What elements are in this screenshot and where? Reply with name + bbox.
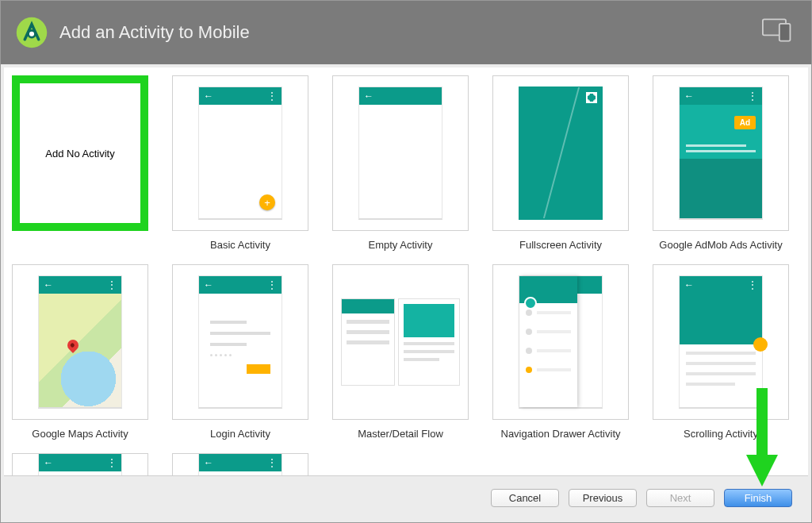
fab-star-icon (753, 337, 768, 352)
template-label: Google Maps Activity (32, 428, 128, 442)
next-button: Next (646, 489, 714, 507)
template-label: Scrolling Activity (684, 428, 758, 442)
template-tile-truncated[interactable]: ←⋮ (172, 453, 308, 475)
back-arrow-icon: ← (204, 279, 213, 290)
content-outer: Add No Activity ←⋮ + Basic Activity (1, 64, 811, 522)
template-label: Basic Activity (210, 239, 270, 253)
wizard-title: Add an Activity to Mobile (59, 22, 250, 43)
device-preview-icon (762, 18, 794, 42)
template-tile-navigation-drawer-activity[interactable]: Navigation Drawer Activity (492, 264, 629, 442)
template-label: Master/Detail Flow (358, 428, 443, 442)
cancel-button[interactable]: Cancel (491, 489, 559, 507)
overflow-menu-icon: ⋮ (267, 90, 277, 102)
fab-add-icon: + (259, 194, 275, 210)
content-panel: Add No Activity ←⋮ + Basic Activity (4, 67, 808, 475)
back-arrow-icon: ← (684, 90, 694, 102)
back-arrow-icon: ← (204, 457, 213, 468)
template-tile-empty-activity[interactable]: ← Empty Activity (332, 75, 469, 253)
back-arrow-icon: ← (44, 457, 53, 468)
previous-button[interactable]: Previous (569, 489, 637, 507)
template-label: Google AdMob Ads Activity (659, 239, 782, 253)
overflow-menu-icon: ⋮ (267, 279, 277, 290)
template-thumb: ←⋮ (653, 264, 789, 420)
template-label: Empty Activity (369, 239, 433, 253)
overflow-menu-icon: ⋮ (107, 279, 117, 290)
wizard-header: Add an Activity to Mobile (1, 1, 811, 64)
template-thumb (492, 75, 629, 231)
template-tile-basic-activity[interactable]: ←⋮ + Basic Activity (172, 75, 308, 253)
template-thumb: ←⋮ (172, 264, 308, 420)
back-arrow-icon: ← (684, 279, 694, 290)
back-arrow-icon: ← (44, 279, 53, 290)
template-tile-login-activity[interactable]: ←⋮ Login Activity (172, 264, 308, 442)
template-thumb: ← (332, 75, 469, 231)
template-tile-scrolling-activity[interactable]: ←⋮ Scrolling Activity (653, 264, 789, 442)
overflow-menu-icon: ⋮ (748, 279, 757, 290)
template-tile-master-detail-flow[interactable]: Master/Detail Flow (332, 264, 469, 442)
template-label: Fullscreen Activity (519, 239, 602, 253)
template-thumb: ←⋮ Ad (653, 75, 789, 231)
finish-button[interactable]: Finish (724, 489, 792, 507)
wizard-footer: Cancel Previous Next Finish (4, 475, 808, 519)
fullscreen-icon (586, 92, 597, 103)
android-studio-logo-icon (15, 16, 48, 49)
overflow-menu-icon: ⋮ (107, 457, 117, 468)
template-label: Navigation Drawer Activity (501, 428, 621, 442)
template-thumb (332, 264, 469, 420)
back-arrow-icon: ← (204, 90, 213, 102)
overflow-menu-icon: ⋮ (267, 457, 277, 468)
template-tile-truncated[interactable]: ←⋮ (12, 453, 148, 475)
template-thumb (492, 264, 629, 420)
template-thumb: Add No Activity (12, 75, 148, 231)
template-thumb: ←⋮ (172, 453, 308, 475)
template-tile-google-admob-activity[interactable]: ←⋮ Ad Google AdMob Ads Activity (653, 75, 789, 253)
overflow-menu-icon: ⋮ (748, 90, 757, 102)
back-arrow-icon: ← (364, 90, 373, 102)
activity-template-grid: Add No Activity ←⋮ + Basic Activity (12, 75, 787, 475)
ad-badge-icon: Ad (734, 116, 756, 129)
svg-rect-3 (779, 24, 791, 41)
template-tile-google-maps-activity[interactable]: ←⋮ Google Maps Activity (12, 264, 148, 442)
avatar-icon (524, 297, 537, 310)
template-thumb: ←⋮ + (172, 75, 308, 231)
template-tile-fullscreen-activity[interactable]: Fullscreen Activity (492, 75, 629, 253)
template-tile-add-no-activity[interactable]: Add No Activity (12, 75, 148, 253)
template-thumb: ←⋮ (12, 453, 148, 475)
template-inside-label: Add No Activity (45, 148, 114, 160)
template-label: Login Activity (210, 428, 270, 442)
svg-point-1 (29, 30, 36, 37)
template-thumb: ←⋮ (12, 264, 148, 420)
